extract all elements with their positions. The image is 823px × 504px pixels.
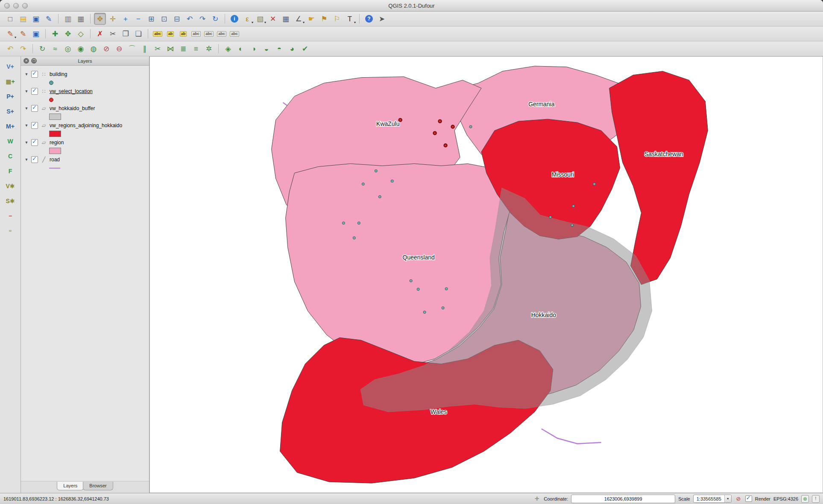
zoom-in-icon[interactable]: + — [120, 13, 132, 25]
zoom-next-icon[interactable]: ↷ — [196, 13, 208, 25]
show-bookmarks-icon[interactable]: ⚐ — [331, 13, 343, 25]
map-refresh-icon[interactable]: ↻ — [209, 13, 221, 25]
vector-union-icon[interactable]: ◒ — [261, 43, 272, 55]
pan-to-selection-icon[interactable]: ✛ — [107, 13, 119, 25]
select-features-icon[interactable]: ▧▾ — [254, 13, 266, 25]
close-window-button[interactable] — [4, 3, 10, 9]
save-project-as-icon[interactable]: ✎ — [43, 13, 55, 25]
copy-features-icon[interactable]: ❐ — [120, 28, 132, 40]
add-wms-layer-icon[interactable]: W — [4, 135, 16, 147]
undo-icon[interactable]: ↶ — [4, 43, 16, 55]
zoom-out-icon[interactable]: − — [132, 13, 144, 25]
save-layer-edits-icon[interactable]: ▣ — [30, 28, 42, 40]
coordinate-input[interactable] — [571, 495, 675, 503]
expand-collapse-icon[interactable]: ▼ — [24, 140, 29, 145]
minimize-window-button[interactable] — [13, 3, 19, 9]
add-vector-layer-icon[interactable]: V+ — [4, 61, 16, 73]
layer-visibility-checkbox[interactable] — [31, 122, 38, 129]
add-raster-layer-icon[interactable]: ▦+ — [4, 76, 16, 87]
vector-dissolve-icon[interactable]: ◕ — [286, 43, 298, 55]
style-swatch-icon[interactable] — [4, 225, 16, 237]
layer-item-vw_hokkaido_buffer[interactable]: ▼▱vw_hokkaido_buffer — [23, 103, 147, 113]
layer-visibility-checkbox[interactable] — [31, 105, 38, 112]
tab-browser[interactable]: Browser — [83, 482, 113, 490]
log-messages-icon[interactable]: ! — [812, 495, 820, 503]
layer-visibility-checkbox[interactable] — [31, 88, 38, 95]
measure-line-icon[interactable]: ∠▾ — [293, 13, 305, 25]
new-bookmark-icon[interactable]: ⚑ — [318, 13, 330, 25]
fill-ring-icon[interactable]: ◍ — [88, 43, 100, 55]
add-ring-icon[interactable]: ◎ — [62, 43, 74, 55]
rotate-point-symbols-icon[interactable]: ✲ — [203, 43, 215, 55]
merge-attributes-icon[interactable]: ≡ — [190, 43, 202, 55]
new-print-composer-icon[interactable]: ▥ — [62, 13, 74, 25]
panel-close-icon[interactable]: ✕ — [23, 58, 29, 64]
delete-ring-icon[interactable]: ⊘ — [100, 43, 112, 55]
layer-item-road[interactable]: ▼╱road — [23, 154, 147, 164]
reshape-features-icon[interactable]: ⌒ — [126, 43, 138, 55]
new-shapefile-layer-icon[interactable]: V✱ — [4, 180, 16, 192]
new-spatialite-layer-icon[interactable]: S✱ — [4, 195, 16, 207]
delete-part-icon[interactable]: ⊖ — [113, 43, 125, 55]
help-contents-icon[interactable]: ? — [363, 13, 375, 25]
remove-layer-icon[interactable]: − — [4, 210, 16, 222]
open-attribute-table-icon[interactable]: ▦ — [280, 13, 292, 25]
merge-features-icon[interactable]: ≣ — [177, 43, 189, 55]
composer-manager-icon[interactable]: ▦ — [75, 13, 87, 25]
simplify-feature-icon[interactable]: ≈ — [49, 43, 61, 55]
current-edits-icon[interactable]: ✎▾ — [4, 28, 16, 40]
label-show-hide-icon[interactable]: abc — [203, 28, 215, 40]
render-checkbox[interactable] — [745, 495, 752, 502]
tab-layers[interactable]: Layers — [57, 482, 84, 490]
expand-collapse-icon[interactable]: ▼ — [24, 89, 29, 93]
layer-item-building[interactable]: ▼∷building — [23, 69, 147, 79]
redo-icon[interactable]: ↷ — [17, 43, 29, 55]
add-part-icon[interactable]: ◉ — [75, 43, 87, 55]
offset-curve-icon[interactable]: ∥ — [139, 43, 151, 55]
add-mssql-layer-icon[interactable]: M+ — [4, 120, 16, 132]
save-project-icon[interactable]: ▣ — [30, 13, 42, 25]
expand-collapse-icon[interactable]: ▼ — [24, 123, 29, 128]
rotate-feature-icon[interactable]: ↻ — [36, 43, 48, 55]
split-parts-icon[interactable]: ⋈ — [164, 43, 176, 55]
layer-item-vw_select_location[interactable]: ▼∷vw_select_location — [23, 86, 147, 96]
layer-item-region[interactable]: ▼▱region — [23, 137, 147, 147]
paste-features-icon[interactable]: ❏ — [132, 28, 144, 40]
vector-clip-icon[interactable]: ◓ — [273, 43, 285, 55]
expand-collapse-icon[interactable]: ▼ — [24, 72, 29, 76]
layer-visibility-checkbox[interactable] — [31, 156, 38, 163]
identify-features-icon[interactable]: i — [228, 13, 240, 25]
label-rotate-icon[interactable]: ab — [177, 28, 189, 40]
panel-float-icon[interactable]: ❐ — [31, 58, 37, 64]
layer-visibility-checkbox[interactable] — [31, 71, 38, 78]
vector-intersect-icon[interactable]: ◑ — [248, 43, 260, 55]
split-features-icon[interactable]: ✂ — [152, 43, 164, 55]
map-canvas[interactable]: KwaZuluGermaniaSaskatchewanMissouriQueen… — [149, 56, 823, 493]
toggle-editing-icon[interactable]: ✎ — [17, 28, 29, 40]
label-pin-icon[interactable]: abc — [190, 28, 202, 40]
label-highlight-icon[interactable]: abc — [216, 28, 228, 40]
crs-status[interactable]: EPSG:4326 — [773, 496, 798, 501]
add-wfs-layer-icon[interactable]: F — [4, 165, 16, 177]
delete-selected-icon[interactable]: ✗ — [94, 28, 106, 40]
map-tips-icon[interactable]: ☛ — [305, 13, 317, 25]
whats-this-icon[interactable]: ➤ — [376, 13, 388, 25]
zoom-full-icon[interactable]: ⊞ — [145, 13, 157, 25]
add-wcs-layer-icon[interactable]: C — [4, 150, 16, 162]
crs-status-icon[interactable]: ◍ — [801, 495, 809, 503]
add-postgis-layer-icon[interactable]: P+ — [4, 90, 16, 102]
zoom-to-selection-icon[interactable]: ⊡ — [158, 13, 170, 25]
scale-combobox[interactable]: 1:33565585 ▼ — [693, 495, 732, 503]
labeling-icon[interactable]: abc — [152, 28, 164, 40]
mouse-position-icon[interactable]: ✛ — [533, 495, 541, 503]
add-spatialite-layer-icon[interactable]: S+ — [4, 105, 16, 117]
add-feature-icon[interactable]: ✚ — [49, 28, 61, 40]
node-tool-icon[interactable]: ◇ — [75, 28, 87, 40]
deselect-all-icon[interactable]: ✕ — [267, 13, 279, 25]
zoom-last-icon[interactable]: ↶ — [184, 13, 196, 25]
zoom-to-layer-icon[interactable]: ⊟ — [171, 13, 183, 25]
layer-visibility-checkbox[interactable] — [31, 139, 38, 146]
select-by-location-icon[interactable]: ◈ — [222, 43, 234, 55]
run-feature-action-icon[interactable]: ε▾ — [241, 13, 253, 25]
check-geometry-icon[interactable]: ✔ — [299, 43, 311, 55]
